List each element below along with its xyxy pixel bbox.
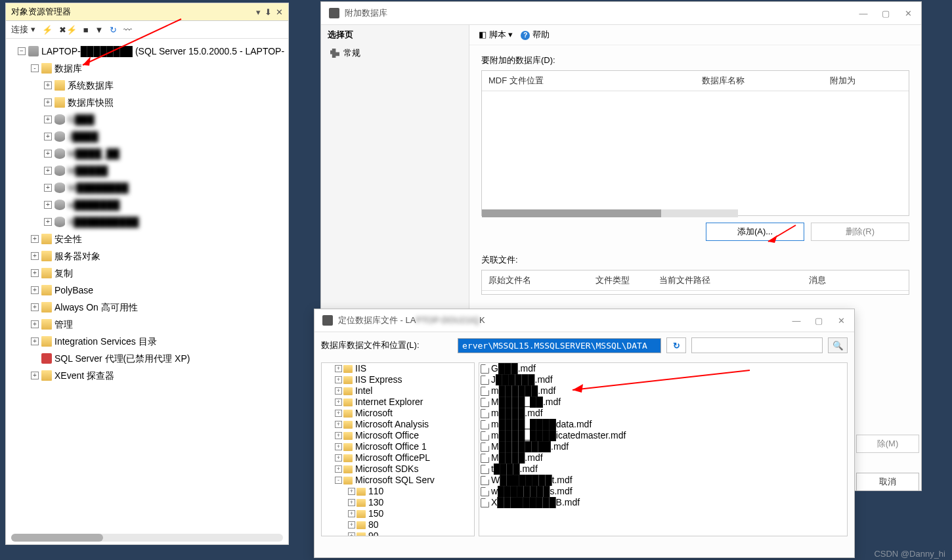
expand-icon[interactable]: + [348,488,355,495]
stop-icon[interactable]: ■ [83,25,89,35]
help-button[interactable]: ? 帮助 [521,29,550,41]
file-item[interactable]: m████_████icatedmaster.mdf [479,430,847,441]
filter-icon[interactable]: ▼ [95,25,103,35]
tree-node[interactable]: +Integration Services 目录 [6,333,288,350]
databases-grid[interactable]: MDF 文件位置 数据库名称 附加为 [481,70,909,216]
folder-node[interactable]: +110 [322,486,474,497]
folder-node[interactable]: +IIS Express [322,374,474,385]
expand-icon[interactable]: + [348,499,355,506]
tree-node[interactable]: +G███ [6,111,288,128]
tree-node[interactable]: +M█████ [6,162,288,179]
search-input[interactable] [691,337,823,353]
col-message[interactable]: 消息 [802,273,909,288]
tree-node[interactable]: +PolyBase [6,282,288,299]
expand-icon[interactable]: + [31,303,39,311]
folder-node[interactable]: +130 [322,497,474,508]
folder-node[interactable]: +Microsoft Office [322,430,474,441]
plug-icon[interactable]: ⚡ [42,25,53,35]
expand-icon[interactable]: + [31,269,39,277]
file-item[interactable]: m████_████data.mdf [479,419,847,430]
search-button[interactable]: 🔍 [828,337,848,353]
tree-node[interactable]: +M████_██ [6,145,288,162]
folder-node[interactable]: -Microsoft SQL Serv [322,475,474,486]
folder-node[interactable]: +Microsoft SDKs [322,463,474,475]
expand-icon[interactable]: + [335,376,342,383]
tree-node[interactable]: +服务器对象 [6,248,288,265]
minimize-icon[interactable]: — [858,9,869,18]
tree-view[interactable]: − LAPTOP-████████ (SQL Server 15.0.2000.… [6,39,288,540]
tree-node[interactable]: +J████ [6,128,288,145]
tree-node[interactable]: SQL Server 代理(已禁用代理 XP) [6,350,288,367]
expand-icon[interactable]: + [44,116,52,123]
cancel-button[interactable]: 取消 [856,473,919,491]
col-orig-filename[interactable]: 原始文件名 [482,273,589,288]
col-db-name[interactable]: 数据库名称 [695,74,823,88]
tree-node[interactable]: +管理 [6,316,288,333]
tree-node[interactable]: +W████████ [6,179,288,196]
file-item[interactable]: M████████.mdf [479,441,847,452]
tree-node[interactable]: +X██████████ [6,213,288,230]
maximize-icon[interactable]: ▢ [880,9,891,18]
folder-node[interactable]: +Microsoft OfficePL [322,452,474,463]
file-item[interactable]: m████.mdf [479,408,847,419]
expand-icon[interactable]: + [44,150,52,158]
expand-icon[interactable]: + [44,98,52,106]
file-item[interactable]: G███.mdf [479,363,847,374]
expand-icon[interactable]: + [335,454,342,462]
dropdown-icon[interactable]: ▾ [256,7,261,17]
file-item[interactable]: X█████████B.mdf [479,497,847,508]
activity-icon[interactable]: 〰 [123,25,132,35]
expand-icon[interactable]: + [335,432,342,439]
tree-node[interactable]: +w███████ [6,196,288,213]
close-icon[interactable]: ✕ [836,316,846,326]
expand-icon[interactable]: + [335,465,342,473]
expand-icon[interactable]: + [31,372,39,379]
expand-icon[interactable]: - [31,64,39,72]
col-attach-as[interactable]: 附加为 [823,74,909,88]
tree-node[interactable]: +XEvent 探查器 [6,367,288,384]
path-input[interactable] [458,338,661,353]
expand-icon[interactable]: + [44,184,52,192]
tree-node[interactable]: +Always On 高可用性 [6,299,288,316]
folder-node[interactable]: +Intel [322,385,474,397]
expand-icon[interactable]: + [44,167,52,175]
tree-node[interactable]: +复制 [6,265,288,282]
file-item[interactable]: t████.mdf [479,463,847,475]
collapse-icon[interactable]: − [18,47,26,55]
folder-node[interactable]: +Microsoft Analysis [322,419,474,430]
file-list[interactable]: G███.mdfJ██████.mdfm██████.mdfM████_██.m… [479,362,848,536]
server-node[interactable]: − LAPTOP-████████ (SQL Server 15.0.2000.… [6,43,288,60]
tree-node[interactable]: -数据库 [6,60,288,77]
close-icon[interactable]: ✕ [276,7,283,17]
connect-button[interactable]: 连接 ▾ [11,24,35,35]
file-item[interactable]: J██████.mdf [479,374,847,385]
folder-node[interactable]: +IIS [322,363,474,374]
file-item[interactable]: m██████.mdf [479,385,847,397]
dialog-titlebar[interactable]: 附加数据库 — ▢ ✕ [321,2,921,25]
maximize-icon[interactable]: ▢ [813,316,824,326]
expand-icon[interactable]: + [348,521,355,528]
expand-icon[interactable]: + [31,320,39,328]
script-button[interactable]: ◧ 脚本 ▾ [479,29,513,41]
folder-tree[interactable]: +IIS+IIS Express+Intel+Internet Explorer… [321,362,475,536]
tree-node[interactable]: +安全性 [6,230,288,248]
folder-node[interactable]: +90 [322,530,474,536]
expand-icon[interactable]: + [335,365,342,372]
grid-scrollbar[interactable] [482,209,738,217]
expand-icon[interactable]: + [44,81,52,89]
file-item[interactable]: W████████t.mdf [479,475,847,486]
tree-node[interactable]: +系统数据库 [6,77,288,94]
locate-titlebar[interactable]: 定位数据库文件 - LAPTOP-DOU21IQK — ▢ ✕ [314,309,854,332]
folder-node[interactable]: +80 [322,519,474,530]
folder-node[interactable]: +150 [322,508,474,519]
refresh-button[interactable]: ↻ [666,337,686,353]
horizontal-scrollbar[interactable] [11,534,283,542]
minimize-icon[interactable]: — [791,316,802,326]
expand-icon[interactable]: + [31,252,39,260]
refresh-icon[interactable]: ↻ [110,25,117,35]
col-current-path[interactable]: 当前文件路径 [653,273,802,288]
close-icon[interactable]: ✕ [903,9,913,18]
expand-icon[interactable]: + [31,235,39,243]
plug-x-icon[interactable]: ✖⚡ [59,25,77,35]
expand-icon[interactable]: + [335,387,342,395]
